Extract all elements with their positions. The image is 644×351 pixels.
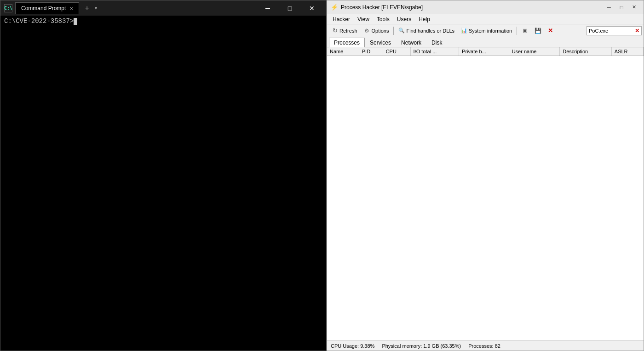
cmd-close-btn[interactable]: ✕ [301, 0, 322, 16]
ph-title-text: Process Hacker [ELEVEN\sgabe] [341, 4, 600, 11]
ph-menu-help[interactable]: Help [415, 15, 434, 23]
ph-search-box[interactable]: ✕ [586, 26, 642, 35]
ph-col-pid[interactable]: PID [359, 47, 383, 56]
ph-refresh-btn[interactable]: Refresh [329, 26, 360, 36]
ph-tab-disk[interactable]: Disk [426, 38, 447, 47]
ph-statusbar: CPU Usage: 9.38% Physical memory: 1.9 GB… [327, 340, 644, 351]
cmd-maximize-btn[interactable]: □ [279, 0, 300, 16]
ph-col-description[interactable]: Description [560, 47, 612, 56]
ph-sysinfo-icon [461, 28, 467, 34]
ph-toolbar: Refresh Options Find handles or DLLs Sys… [327, 24, 644, 37]
ph-find-icon [398, 28, 405, 34]
ph-save-btn[interactable]: 💾 [532, 26, 544, 36]
ph-terminate-btn[interactable]: ✕ [545, 26, 556, 36]
ph-search-input[interactable] [589, 28, 635, 34]
ph-table-container[interactable]: Name PID CPU I/O total ... Private b... … [327, 47, 644, 340]
ph-status-memory: Physical memory: 1.9 GB (63.35%) [382, 343, 461, 349]
ph-tab-network[interactable]: Network [396, 38, 426, 47]
ph-status-cpu: CPU Usage: 9.38% [331, 343, 374, 349]
ph-toolbar-sep2 [517, 27, 517, 35]
ph-close-btn[interactable]: ✕ [628, 2, 640, 12]
cmd-tab-label: Command Prompt [21, 5, 66, 11]
ph-refresh-label: Refresh [339, 28, 357, 34]
ph-menubar: Hacker View Tools Users Help [327, 14, 644, 24]
ph-titlebar-controls: ─ □ ✕ [603, 2, 640, 12]
cmd-tab-dropdown-btn[interactable]: ▾ [95, 6, 97, 11]
ph-menu-view[interactable]: View [354, 15, 373, 23]
ph-window: Process Hacker [ELEVEN\sgabe] ─ □ ✕ Hack… [327, 0, 644, 351]
cmd-titlebar: C:\ Command Prompt ✕ + ▾ ─ □ ✕ [0, 0, 326, 16]
ph-save-icon: 💾 [535, 28, 541, 34]
ph-menu-tools[interactable]: Tools [373, 15, 393, 23]
ph-col-io[interactable]: I/O total ... [410, 47, 459, 56]
ph-col-name[interactable]: Name [327, 47, 359, 56]
ph-tabs: Processes Services Network Disk [327, 37, 644, 47]
ph-options-icon [364, 28, 370, 34]
ph-options-label: Options [372, 28, 389, 34]
ph-app-icon [331, 4, 338, 11]
cmd-prompt-text: C:\CVE-2022-35837> [4, 17, 74, 25]
cmd-new-tab-btn[interactable]: + [82, 4, 92, 12]
ph-col-private[interactable]: Private b... [459, 47, 509, 56]
cmd-minimize-btn[interactable]: ─ [257, 0, 278, 16]
ph-window-toggle-btn[interactable] [519, 26, 531, 36]
cmd-titlebar-controls: ─ □ ✕ [257, 0, 322, 16]
ph-terminate-icon: ✕ [548, 27, 553, 34]
ph-maximize-btn[interactable]: □ [615, 2, 627, 12]
ph-col-username[interactable]: User name [509, 47, 560, 56]
ph-col-aslr[interactable]: ASLR [611, 47, 643, 56]
ph-table-header-row: Name PID CPU I/O total ... Private b... … [327, 47, 644, 56]
ph-titlebar: Process Hacker [ELEVEN\sgabe] ─ □ ✕ [327, 0, 644, 14]
ph-sysinfo-btn[interactable]: System information [458, 26, 515, 36]
cmd-window: C:\ Command Prompt ✕ + ▾ ─ □ ✕ C:\CVE-20… [0, 0, 327, 351]
ph-find-label: Find handles or DLLs [406, 28, 454, 34]
ph-minimize-btn[interactable]: ─ [603, 2, 615, 12]
cmd-app-icon: C:\ [4, 4, 12, 12]
ph-status-processes: Processes: 82 [468, 343, 500, 349]
cmd-cursor [74, 18, 77, 25]
cmd-prompt-line: C:\CVE-2022-35837> [4, 17, 322, 25]
ph-toolbar-sep1 [393, 27, 394, 35]
ph-col-cpu[interactable]: CPU [383, 47, 410, 56]
ph-search-clear-btn[interactable]: ✕ [635, 28, 639, 34]
ph-processes-table: Name PID CPU I/O total ... Private b... … [327, 47, 644, 56]
ph-icon-img [331, 4, 338, 11]
ph-refresh-icon [332, 28, 338, 34]
ph-window-icon [522, 28, 528, 34]
cmd-tab[interactable]: Command Prompt ✕ [15, 2, 79, 14]
ph-sysinfo-label: System information [469, 28, 512, 34]
ph-tab-processes[interactable]: Processes [329, 38, 365, 47]
ph-menu-hacker[interactable]: Hacker [329, 15, 354, 23]
cmd-tab-close-btn[interactable]: ✕ [69, 6, 73, 11]
ph-tab-services[interactable]: Services [365, 38, 396, 47]
ph-menu-users[interactable]: Users [393, 15, 415, 23]
ph-options-btn[interactable]: Options [361, 26, 392, 36]
ph-find-btn[interactable]: Find handles or DLLs [396, 26, 457, 36]
cmd-body[interactable]: C:\CVE-2022-35837> [0, 16, 326, 351]
